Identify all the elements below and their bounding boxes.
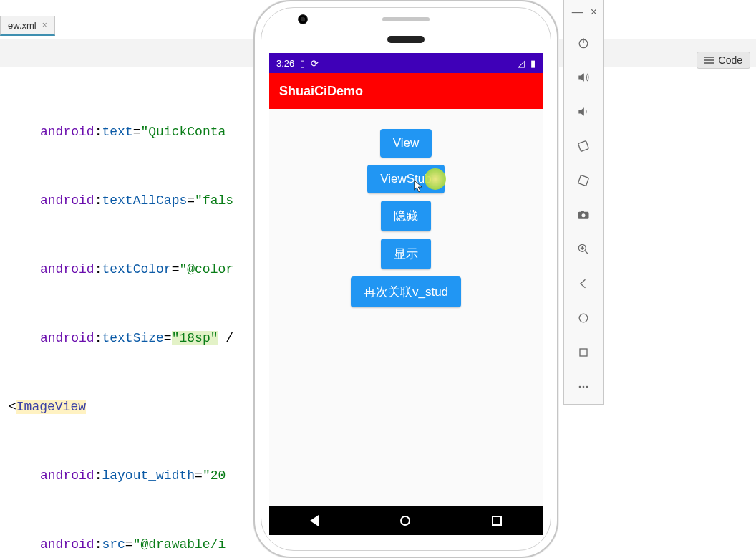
nav-recent-icon[interactable] [492,516,502,526]
svg-point-13 [579,386,581,388]
app-bar: ShuaiCiDemo [269,73,543,109]
rotate-left-icon[interactable] [573,136,593,156]
status-bar: 3:26 ▯ ⟳ ◿ ▮ [269,53,543,73]
svg-line-8 [586,251,588,254]
code-button-label: Code [719,54,742,66]
menu-icon [704,57,714,64]
rotate-right-icon[interactable] [573,170,593,191]
svg-point-5 [582,213,586,217]
viewstub-button[interactable]: ViewStub [367,165,445,193]
emulator-toolbar: — × [563,0,604,405]
nav-back-icon[interactable] [310,515,319,526]
view-button[interactable]: View [380,129,432,158]
close-button[interactable]: × [591,6,597,19]
nav-home-icon[interactable] [400,516,410,526]
app-title: ShuaiCiDemo [279,84,363,99]
svg-point-11 [579,314,588,322]
earpiece [387,36,425,43]
svg-rect-12 [580,349,587,356]
overview-icon[interactable] [573,342,593,362]
code-view-button[interactable]: Code [697,52,750,69]
volume-up-icon[interactable] [573,67,593,87]
minimize-button[interactable]: — [572,6,583,19]
hide-button[interactable]: 隐藏 [381,201,431,231]
app-body: View ViewStub 隐藏 显示 再次关联v_stud [269,109,543,307]
svg-point-15 [586,386,588,388]
emulator-device-frame: 3:26 ▯ ⟳ ◿ ▮ ShuaiCiDemo View ViewStub 隐… [253,0,558,558]
svg-rect-6 [581,211,584,213]
power-icon[interactable] [573,33,593,53]
view-button-label: View [393,136,420,150]
zoom-icon[interactable] [573,239,593,259]
relink-button[interactable]: 再次关联v_stud [351,276,461,307]
back-icon[interactable] [573,274,593,294]
speaker-slot [382,17,430,21]
signal-icon: ◿ [518,58,525,69]
android-navbar [269,506,543,535]
viewstub-button-label: ViewStub [380,172,432,186]
close-icon[interactable]: × [42,20,47,30]
relink-button-label: 再次关联v_stud [364,285,448,299]
svg-point-14 [583,386,585,388]
show-button-label: 显示 [394,247,418,261]
hide-button-label: 隐藏 [394,209,418,223]
emulator-screen[interactable]: 3:26 ▯ ⟳ ◿ ▮ ShuaiCiDemo View ViewStub 隐… [269,53,543,535]
status-icon-1: ▯ [300,58,305,69]
code-text[interactable]: android:text="QuickConta android:textAll… [0,74,258,558]
volume-down-icon[interactable] [573,102,593,122]
battery-icon: ▮ [530,58,536,69]
status-time: 3:26 [276,58,294,69]
camera-icon[interactable] [573,205,593,225]
show-button[interactable]: 显示 [381,239,431,269]
camera-dot [298,14,308,24]
editor-tab-label: ew.xml [8,20,37,31]
svg-rect-3 [578,175,589,186]
editor-tab[interactable]: ew.xml × [0,16,55,36]
status-icon-2: ⟳ [311,58,319,69]
svg-rect-2 [578,141,589,152]
home-icon[interactable] [573,308,593,328]
more-icon[interactable] [573,377,593,397]
